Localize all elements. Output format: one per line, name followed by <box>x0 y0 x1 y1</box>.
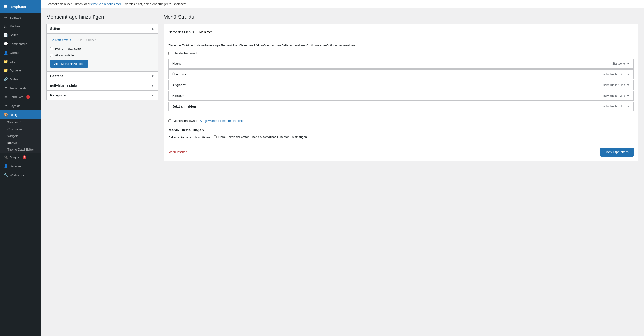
sidebar-subitem-theme-editor[interactable]: Theme-Datei-Editor <box>0 146 41 153</box>
werkzeuge-icon: 🔧 <box>4 173 8 177</box>
sidebar-item-layouts[interactable]: ✂ Layouts <box>0 101 41 110</box>
menu-item-angebot-label: Angebot <box>172 83 186 87</box>
sidebar-item-formulare[interactable]: ✉ Formulare 1 <box>0 92 41 101</box>
themes-label: Themes <box>8 121 18 124</box>
menu-item-angebot[interactable]: Angebot Individueller Link ▼ <box>168 80 634 90</box>
offer-icon: 📁 <box>4 59 8 64</box>
menu-help-text: Ziehe die Einträge in deine bevorzugte R… <box>168 43 634 48</box>
customizer-label: Customizer <box>8 127 23 131</box>
menu-item-jetzt-anmelden-right: Individueller Link ▼ <box>602 105 630 108</box>
menu-item-angebot-type: Individueller Link <box>602 83 625 87</box>
left-panel: Menüeinträge hinzufügen Seiten ▲ Zuletzt… <box>46 14 158 161</box>
menu-item-ueber-uns-label: Über uns <box>172 72 186 76</box>
multiple-select-bottom-checkbox[interactable] <box>168 119 172 122</box>
sidebar-logo[interactable]: ▦ Templates <box>0 0 41 13</box>
menu-item-jetzt-anmelden-type: Individueller Link <box>602 105 625 108</box>
sidebar-item-werkzeuge[interactable]: 🔧 Werkzeuge <box>0 171 41 180</box>
accordion-links-arrow: ▼ <box>151 84 154 87</box>
menu-item-ueber-uns[interactable]: Über uns Individueller Link ▼ <box>168 69 634 79</box>
setting-label-seiten: Seiten automatisch hinzufügen <box>168 135 210 139</box>
tab-zuletzt[interactable]: Zuletzt erstellt <box>50 37 73 43</box>
page-checkbox-home[interactable] <box>50 47 53 50</box>
page-label-home: Home — Startseite <box>55 47 81 50</box>
setting-row-seiten: Seiten automatisch hinzufügen Neue Seite… <box>168 135 634 139</box>
accordion-seiten-label: Seiten <box>50 27 60 31</box>
menu-item-jetzt-anmelden[interactable]: Jetzt anmelden Individueller Link ▼ <box>168 102 634 111</box>
remove-selected-button[interactable]: Ausgewählte Elemente entfernen <box>200 119 244 123</box>
accordion-links-header[interactable]: Individuelle Links ▼ <box>46 81 158 90</box>
accordion-seiten: Seiten ▲ Zuletzt erstellt Alle Suchen Ho… <box>46 24 158 72</box>
menu-structure-box: Name des Menüs Ziehe die Einträge in dei… <box>164 24 638 161</box>
menu-item-jetzt-anmelden-chevron[interactable]: ▼ <box>627 105 630 108</box>
page-list-item-home: Home — Startseite <box>50 45 154 52</box>
multiple-select-bottom[interactable]: Mehrfachauswahl <box>168 119 197 123</box>
sidebar-item-seiten[interactable]: 📄 Seiten <box>0 31 41 39</box>
menu-item-home-chevron[interactable]: ▼ <box>627 62 630 65</box>
theme-editor-label: Theme-Datei-Editor <box>8 148 34 151</box>
menu-item-home[interactable]: Home Startseite ▼ <box>168 59 634 69</box>
sidebar-item-kommentare[interactable]: 💬 Kommentare <box>0 39 41 48</box>
sidebar-item-label: Kommentare <box>10 42 27 46</box>
menu-item-kontakt-type: Individueller Link <box>602 94 625 97</box>
right-panel: Menü-Struktur Name des Menüs Ziehe die E… <box>164 14 638 161</box>
clients-icon: 👤 <box>4 51 8 55</box>
sidebar-item-label: Clients <box>10 51 19 55</box>
accordion-kategorien: Kategorien ▼ <box>46 91 158 100</box>
delete-menu-link[interactable]: Menü löschen <box>168 150 187 154</box>
multiple-select-top[interactable]: Mehrfachauswahl <box>168 52 634 55</box>
select-all-checkbox[interactable] <box>50 54 53 57</box>
sidebar-item-clients[interactable]: 👤 Clients <box>0 48 41 57</box>
accordion-beitraege-label: Beiträge <box>50 74 63 78</box>
accordion-beitraege-header[interactable]: Beiträge ▼ <box>46 72 158 81</box>
accordion-seiten-arrow: ▲ <box>151 27 154 30</box>
top-notice: Bearbeite dein Menü unten, oder erstelle… <box>41 0 644 9</box>
setting-text-seiten: Neue Seiten der ersten Ebene automatisch… <box>218 135 307 139</box>
sidebar-item-design[interactable]: 🎨 Design <box>0 110 41 119</box>
tab-alle[interactable]: Alle <box>76 37 84 43</box>
multiple-select-top-checkbox[interactable] <box>168 52 172 55</box>
accordion-kategorien-arrow: ▼ <box>151 94 154 97</box>
sidebar-subitem-menus[interactable]: Menüs <box>0 139 41 146</box>
accordion-links-label: Individuelle Links <box>50 84 78 88</box>
sidebar-item-slides[interactable]: 🔗 Slides <box>0 75 41 84</box>
notice-link[interactable]: erstelle ein neues Menü <box>91 2 123 6</box>
sidebar-item-label: Benutzer <box>10 164 22 168</box>
plugins-badge: 2 <box>22 155 26 159</box>
seiten-icon: 📄 <box>4 33 8 37</box>
menu-item-kontakt[interactable]: Kontakt Individueller Link ▼ <box>168 91 634 101</box>
sidebar-item-beitraege[interactable]: ✏ Beiträge <box>0 13 41 22</box>
accordion-seiten-body: Zuletzt erstellt Alle Suchen Home — Star… <box>46 33 158 71</box>
add-to-menu-button[interactable]: Zum Menü hinzufügen <box>50 60 88 68</box>
menu-item-angebot-chevron[interactable]: ▼ <box>627 83 630 87</box>
accordion-seiten-header[interactable]: Seiten ▲ <box>46 24 158 33</box>
accordion-kategorien-header[interactable]: Kategorien ▼ <box>46 91 158 100</box>
sidebar-subitem-customizer[interactable]: Customizer <box>0 126 41 133</box>
formulare-badge: 1 <box>26 95 30 99</box>
plugins-icon: 🔌 <box>4 155 8 159</box>
setting-value-seiten: Neue Seiten der ersten Ebene automatisch… <box>214 135 307 139</box>
menu-item-kontakt-label: Kontakt <box>172 94 184 98</box>
menu-name-input[interactable] <box>197 29 262 35</box>
sidebar-subitem-widgets[interactable]: Widgets <box>0 133 41 139</box>
menu-item-ueber-uns-chevron[interactable]: ▼ <box>627 73 630 76</box>
menu-item-kontakt-chevron[interactable]: ▼ <box>627 94 630 97</box>
sidebar-item-medien[interactable]: 🖼 Medien <box>0 22 41 31</box>
sidebar-item-offer[interactable]: 📁 Offer <box>0 57 41 66</box>
sidebar-item-portfolio[interactable]: 📁 Portfolio <box>0 66 41 75</box>
sidebar-item-testimonials[interactable]: ❝ Testimonials <box>0 84 41 92</box>
tab-suchen[interactable]: Suchen <box>84 37 98 43</box>
sidebar-item-benutzer[interactable]: 👤 Benutzer <box>0 162 41 171</box>
sidebar-subitem-themes[interactable]: Themes 1 <box>0 119 41 126</box>
setting-checkbox-seiten[interactable] <box>214 135 216 138</box>
accordion-kategorien-label: Kategorien <box>50 93 67 97</box>
menu-item-jetzt-anmelden-label: Jetzt anmelden <box>172 105 196 108</box>
save-menu-button[interactable]: Menü speichern <box>600 148 634 156</box>
menu-name-label: Name des Menüs <box>168 30 194 34</box>
sidebar-item-label: Portfolio <box>10 69 21 72</box>
sidebar-item-label: Beiträge <box>10 16 21 19</box>
design-icon: 🎨 <box>4 113 8 117</box>
design-submenu: Themes 1 Customizer Widgets Menüs Theme-… <box>0 119 41 153</box>
sidebar-item-plugins[interactable]: 🔌 Plugins 2 <box>0 153 41 162</box>
page-tabs: Zuletzt erstellt Alle Suchen <box>50 37 154 43</box>
menu-item-home-type: Startseite <box>612 62 625 65</box>
